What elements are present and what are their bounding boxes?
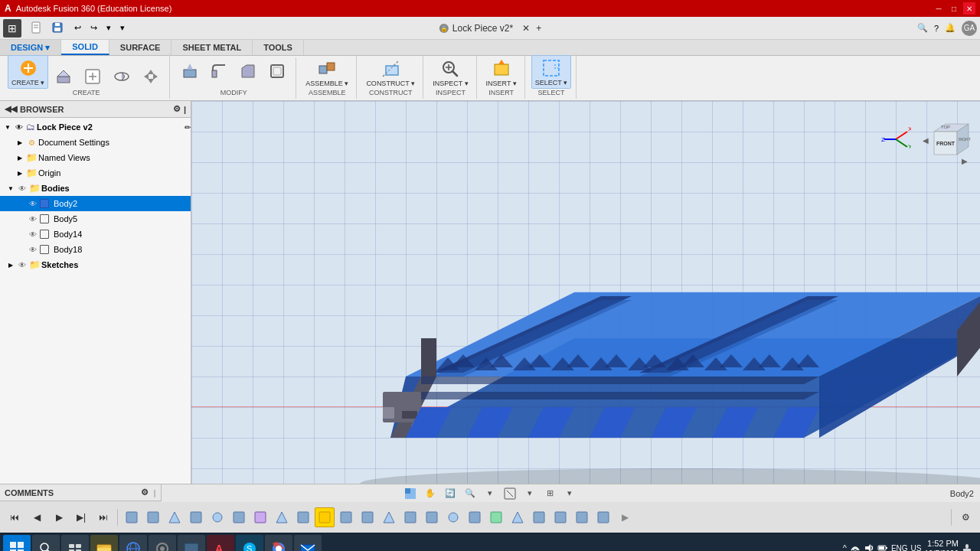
taskbar-computer[interactable]	[178, 535, 205, 552]
timeline-play-button[interactable]: ▶	[49, 507, 69, 527]
timeline-item-13[interactable]	[379, 507, 399, 527]
zoom-dropdown[interactable]: ▾	[482, 485, 498, 502]
timeline-last-button[interactable]: ⏭	[93, 507, 113, 527]
tree-item-doc-settings[interactable]: ▶ ⚙ Document Settings	[0, 135, 191, 150]
minimize-button[interactable]: ─	[933, 2, 945, 15]
new-component-button[interactable]	[79, 64, 106, 89]
fillet-button[interactable]	[205, 59, 233, 83]
taskbar-chrome[interactable]	[265, 535, 292, 552]
tab-surface[interactable]: SURFACE	[109, 40, 172, 55]
timeline-item-8[interactable]	[272, 507, 292, 527]
tree-item-root[interactable]: ▼ 👁 🗂 Lock Piece v2 ✏	[0, 119, 191, 135]
grid-button[interactable]: ⊞	[541, 485, 558, 502]
timeline-item-23[interactable]	[593, 507, 613, 527]
timeline-settings-button[interactable]: ⚙	[956, 507, 975, 527]
taskbar-task-view[interactable]	[61, 535, 89, 552]
design-dropdown[interactable]: DESIGN ▾	[0, 40, 61, 55]
timeline-item-18[interactable]	[486, 507, 506, 527]
redo-button[interactable]: ↪	[87, 21, 101, 34]
timeline-prev-button[interactable]: ◀	[27, 507, 47, 527]
orbit-button[interactable]: 🔄	[442, 485, 459, 502]
tree-item-sketches[interactable]: ▶ 👁 📁 Sketches	[0, 257, 191, 272]
tab-solid[interactable]: SOLID	[61, 40, 109, 55]
timeline-item-10[interactable]	[315, 507, 335, 527]
timeline-item-16[interactable]	[443, 507, 463, 527]
tab-tools[interactable]: TOOLS	[253, 40, 304, 55]
taskbar-email[interactable]	[294, 535, 322, 552]
help-search-button[interactable]: 🔍	[917, 23, 928, 33]
tree-item-bodies[interactable]: ▼ 👁 📁 Bodies	[0, 181, 191, 196]
assemble-main-button[interactable]: ASSEMBLE ▾	[302, 57, 351, 89]
visibility-root[interactable]: 👁	[14, 122, 24, 132]
view-mode-button[interactable]	[402, 485, 419, 502]
zoom-button[interactable]: 🔍	[462, 485, 479, 502]
comments-settings[interactable]: ⚙	[141, 487, 149, 497]
grid-dropdown[interactable]: ▾	[561, 485, 578, 502]
extrude-button[interactable]	[50, 64, 77, 89]
start-button[interactable]	[3, 535, 31, 552]
browser-collapse-icon[interactable]: ◀◀	[5, 104, 17, 114]
timeline-item-1[interactable]	[122, 507, 142, 527]
help-button[interactable]: ?	[934, 24, 939, 33]
tab-sheet-metal[interactable]: SHEET METAL	[172, 40, 253, 55]
inspect-main-button[interactable]: INSPECT ▾	[430, 57, 471, 89]
timeline-item-end[interactable]: ▶	[615, 507, 635, 527]
timeline-item-17[interactable]	[465, 507, 485, 527]
taskbar-explorer[interactable]	[90, 535, 118, 552]
visibility-sketches[interactable]: 👁	[17, 259, 28, 270]
3d-model[interactable]	[314, 139, 980, 484]
notification-icon[interactable]	[962, 543, 972, 551]
tree-expand-origin[interactable]: ▶	[15, 168, 24, 178]
timeline-item-19[interactable]	[508, 507, 528, 527]
timeline-item-6[interactable]	[229, 507, 249, 527]
tree-expand-sketches[interactable]: ▶	[6, 260, 15, 269]
app-menu-button[interactable]: ⊞	[3, 19, 21, 37]
timeline-item-12[interactable]	[358, 507, 377, 527]
select-main-button[interactable]: SELECT ▾	[531, 55, 571, 89]
save-button[interactable]	[47, 20, 67, 37]
timeline-item-20[interactable]	[529, 507, 549, 527]
shell-button[interactable]	[263, 59, 291, 83]
undo-button[interactable]: ↩	[70, 21, 85, 34]
new-button[interactable]	[26, 20, 46, 37]
nav-cube[interactable]: FRONT TOP RIGHT ◀ ▶	[919, 116, 965, 162]
taskbar-search[interactable]	[32, 535, 60, 552]
pan-button[interactable]: ✋	[422, 485, 439, 502]
taskbar-skype[interactable]: S	[236, 535, 263, 552]
timeline-item-5[interactable]	[207, 507, 227, 527]
timeline-item-14[interactable]	[400, 507, 420, 527]
timeline-item-21[interactable]	[550, 507, 570, 527]
tree-expand-doc-settings[interactable]: ▶	[15, 138, 24, 147]
construct-main-button[interactable]: CONSTRUCT ▾	[363, 57, 418, 89]
timeline-item-9[interactable]	[293, 507, 313, 527]
tree-item-body5[interactable]: 👁 Body5	[0, 211, 191, 227]
timeline-item-3[interactable]	[165, 507, 185, 527]
timeline-item-11[interactable]	[336, 507, 356, 527]
tree-item-body18[interactable]: 👁 Body18	[0, 242, 191, 257]
timeline-first-button[interactable]: ⏮	[5, 507, 24, 527]
tray-hide-button[interactable]: ^	[843, 543, 847, 551]
visibility-body14[interactable]: 👁	[28, 229, 38, 240]
close-button[interactable]: ✕	[963, 2, 975, 15]
tree-item-body2[interactable]: 👁 Body2	[0, 196, 191, 211]
clock[interactable]: 1:52 PM 19/7/2020	[925, 538, 959, 551]
display-mode[interactable]	[501, 485, 518, 502]
revolve-button[interactable]	[108, 64, 136, 89]
add-doc-button[interactable]: +	[536, 23, 541, 34]
create-main-button[interactable]: CREATE ▾	[8, 55, 48, 89]
tree-item-origin[interactable]: ▶ 📁 Origin	[0, 165, 191, 181]
visibility-body5[interactable]: 👁	[28, 214, 38, 224]
taskbar-autodesk[interactable]: A	[207, 535, 234, 552]
press-pull-button[interactable]	[176, 59, 204, 83]
notifications-button[interactable]: 🔔	[945, 23, 956, 33]
display-dropdown[interactable]: ▾	[521, 485, 538, 502]
redo-dropdown[interactable]: ▾	[116, 21, 129, 34]
timeline-item-7[interactable]	[250, 507, 270, 527]
edit-icon[interactable]: ✏	[185, 123, 191, 132]
undo-dropdown[interactable]: ▾	[103, 21, 115, 34]
tree-expand-root[interactable]: ▼	[3, 122, 12, 132]
visibility-bodies[interactable]: 👁	[17, 183, 28, 194]
visibility-body18[interactable]: 👁	[28, 244, 38, 255]
taskbar-settings[interactable]	[149, 535, 176, 552]
move-copy-button[interactable]	[137, 64, 165, 89]
